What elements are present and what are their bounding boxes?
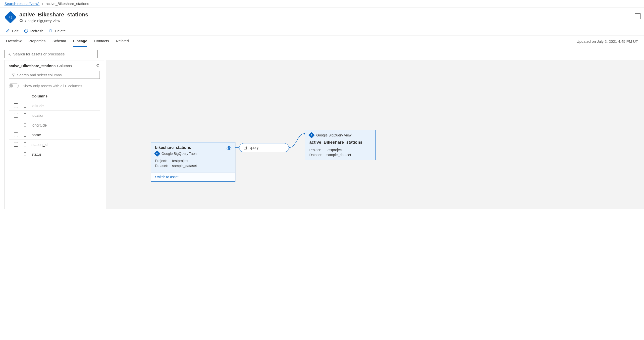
- edit-button[interactable]: Edit: [6, 29, 18, 33]
- refresh-icon: [24, 28, 28, 33]
- view-icon: [20, 19, 24, 23]
- column-checkbox[interactable]: [14, 113, 18, 118]
- svg-point-0: [9, 16, 12, 18]
- search-icon: [7, 52, 11, 56]
- show-only-toggle[interactable]: [9, 83, 19, 88]
- svg-point-7: [8, 53, 10, 55]
- toggle-label: Show only assets with all 0 columns: [23, 84, 82, 88]
- svg-rect-12: [24, 123, 26, 127]
- lineage-node-target[interactable]: Google BigQuery View active_Bikeshare_st…: [305, 130, 376, 160]
- column-row[interactable]: name: [9, 130, 100, 140]
- bigquery-icon: [308, 132, 314, 138]
- refresh-button[interactable]: Refresh: [24, 28, 44, 33]
- svg-rect-4: [50, 30, 52, 32]
- column-icon: [23, 123, 27, 127]
- updated-timestamp: Updated on July 2, 2021 4:45 PM UT: [576, 39, 638, 43]
- column-icon: [23, 133, 27, 137]
- breadcrumb-separator-icon: ›: [42, 1, 43, 6]
- column-icon: [23, 142, 27, 146]
- column-name: status: [32, 152, 42, 156]
- column-icon: [23, 152, 27, 156]
- asset-search-box[interactable]: [4, 50, 98, 58]
- columns-header: Columns: [32, 94, 48, 98]
- tab-lineage[interactable]: Lineage: [73, 36, 87, 47]
- svg-line-18: [158, 154, 158, 154]
- page-title: active_Bikeshare_stations: [20, 11, 88, 18]
- column-icon: [23, 104, 27, 108]
- svg-line-8: [10, 55, 10, 55]
- tabs: Overview Properties Schema Lineage Conta…: [6, 36, 129, 47]
- panel-asset-name: active_Bikeshare_stations: [9, 64, 56, 68]
- column-checkbox[interactable]: [14, 142, 18, 147]
- svg-line-24: [312, 136, 312, 136]
- connector-curve: [289, 131, 306, 149]
- tab-contacts[interactable]: Contacts: [94, 36, 109, 47]
- svg-marker-9: [12, 74, 15, 76]
- node-title: active_Bikeshare_stations: [309, 140, 362, 145]
- tab-overview[interactable]: Overview: [6, 36, 22, 47]
- column-row[interactable]: latitude: [9, 101, 100, 111]
- column-name: name: [32, 133, 41, 137]
- switch-to-asset-link[interactable]: Switch to asset: [155, 175, 178, 179]
- column-name: location: [32, 113, 44, 118]
- svg-rect-15: [24, 152, 26, 156]
- svg-rect-13: [24, 133, 26, 137]
- column-checkbox[interactable]: [14, 123, 18, 127]
- svg-rect-10: [24, 104, 26, 107]
- tabs-row: Overview Properties Schema Lineage Conta…: [0, 36, 644, 47]
- asset-search-input[interactable]: [13, 52, 95, 56]
- breadcrumb-current: active_Bikeshare_stations: [46, 1, 89, 6]
- svg-rect-3: [20, 20, 22, 22]
- lineage-canvas[interactable]: bikeshare_stations Google BigQuery Table…: [106, 60, 644, 209]
- svg-rect-11: [24, 114, 26, 117]
- page-subtitle: Google BigQuery View: [25, 19, 60, 23]
- action-toolbar: Edit Refresh Delete: [0, 26, 644, 36]
- column-name: latitude: [32, 104, 44, 108]
- node-type: Google BigQuery Table: [162, 152, 198, 156]
- node-type: Google BigQuery View: [316, 133, 351, 137]
- select-all-checkbox[interactable]: [14, 94, 18, 98]
- tab-related[interactable]: Related: [116, 36, 129, 47]
- column-checkbox[interactable]: [14, 133, 18, 137]
- svg-line-1: [11, 18, 12, 19]
- tab-schema[interactable]: Schema: [52, 36, 66, 47]
- breadcrumb: Search results "view" › active_Bikeshare…: [0, 0, 644, 7]
- node-title: bikeshare_stations: [155, 145, 191, 150]
- column-name: longitude: [32, 123, 47, 127]
- visibility-icon[interactable]: [226, 145, 232, 152]
- column-row[interactable]: station_id: [9, 140, 100, 149]
- column-checkbox[interactable]: [14, 152, 18, 156]
- lineage-node-source[interactable]: bikeshare_stations Google BigQuery Table…: [151, 142, 236, 182]
- document-icon: [243, 145, 247, 150]
- delete-icon: [49, 29, 53, 33]
- process-label: query: [250, 146, 258, 150]
- edit-icon: [6, 29, 10, 33]
- collapse-panel-button[interactable]: [96, 63, 100, 68]
- column-checkbox[interactable]: [14, 103, 18, 108]
- columns-panel: active_Bikeshare_stations Columns Show o…: [4, 60, 104, 209]
- delete-button[interactable]: Delete: [49, 29, 66, 33]
- filter-icon: [12, 73, 15, 77]
- column-search-box[interactable]: [9, 71, 100, 79]
- chevron-double-left-icon: [96, 63, 100, 67]
- lineage-process-node[interactable]: query: [239, 143, 289, 152]
- asset-type-icon: [4, 11, 17, 24]
- header-action-placeholder[interactable]: [635, 13, 640, 19]
- column-icon: [23, 113, 27, 117]
- svg-point-16: [228, 147, 230, 149]
- breadcrumb-back-link[interactable]: Search results "view": [4, 1, 40, 6]
- page-header: active_Bikeshare_stations Google BigQuer…: [0, 7, 644, 26]
- column-row[interactable]: status: [9, 149, 100, 159]
- column-name: station_id: [32, 142, 48, 147]
- bigquery-icon: [154, 150, 160, 157]
- column-row[interactable]: location: [9, 111, 100, 120]
- tab-properties[interactable]: Properties: [28, 36, 46, 47]
- column-search-input[interactable]: [17, 73, 97, 77]
- column-row[interactable]: longitude: [9, 120, 100, 130]
- panel-columns-label: Columns: [57, 64, 72, 68]
- svg-rect-14: [24, 143, 26, 146]
